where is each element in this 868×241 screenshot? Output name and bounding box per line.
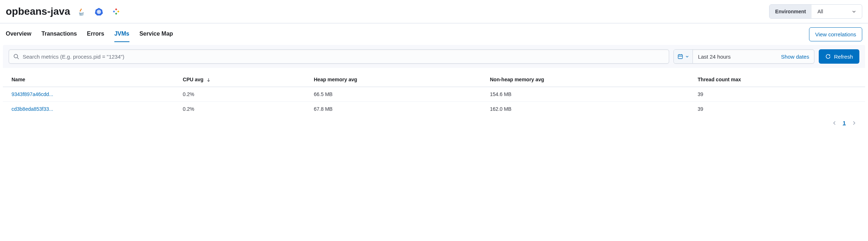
page-title: opbeans-java — [6, 6, 70, 17]
tabbar: Overview Transactions Errors JVMs Servic… — [0, 23, 868, 42]
refresh-icon — [825, 54, 831, 59]
environment-value: All — [817, 9, 823, 14]
refresh-button[interactable]: Refresh — [819, 49, 859, 64]
jvm-table: Name CPU avg Heap memory avg Non-heap me… — [3, 72, 865, 116]
environment-value-cell[interactable]: All — [812, 5, 862, 18]
search-icon — [13, 54, 19, 59]
date-picker-body[interactable]: Last 24 hours Show dates — [693, 50, 814, 63]
col-name[interactable]: Name — [3, 72, 174, 87]
cell-non-heap: 162.0 MB — [481, 102, 689, 117]
col-thread[interactable]: Thread count max — [689, 72, 865, 87]
sort-desc-icon — [206, 78, 211, 82]
cell-thread: 39 — [689, 102, 865, 117]
date-range-label: Last 24 hours — [698, 54, 731, 60]
col-non-heap[interactable]: Non-heap memory avg — [481, 72, 689, 87]
tabs: Overview Transactions Errors JVMs Servic… — [6, 26, 173, 42]
svg-rect-8 — [678, 55, 682, 59]
cell-heap: 67.8 MB — [305, 102, 481, 117]
cell-thread: 39 — [689, 87, 865, 102]
search-box[interactable] — [9, 49, 669, 64]
page-prev-icon[interactable] — [832, 120, 837, 126]
tab-transactions[interactable]: Transactions — [41, 26, 77, 42]
page-header: opbeans-java Environment All — [0, 0, 868, 23]
tab-jvms[interactable]: JVMs — [114, 26, 129, 42]
jvm-table-card: Name CPU avg Heap memory avg Non-heap me… — [3, 68, 865, 130]
table-row: 9343f897a46cdd... 0.2% 66.5 MB 154.6 MB … — [3, 87, 865, 102]
jvm-name-link[interactable]: 9343f897a46cdd... — [12, 91, 53, 97]
table-row: cd3b8eda853f33... 0.2% 67.8 MB 162.0 MB … — [3, 102, 865, 117]
tab-service-map[interactable]: Service Map — [140, 26, 173, 42]
col-cpu-avg[interactable]: CPU avg — [174, 72, 305, 87]
show-dates-link[interactable]: Show dates — [781, 54, 809, 60]
filter-bar: Last 24 hours Show dates Refresh — [3, 45, 865, 68]
svg-line-7 — [17, 58, 19, 59]
search-input[interactable] — [23, 54, 664, 60]
tab-overview[interactable]: Overview — [6, 26, 31, 42]
pagination: 1 — [3, 116, 865, 127]
svg-point-6 — [14, 54, 18, 58]
chevron-down-icon — [685, 55, 689, 58]
view-correlations-button[interactable]: View correlations — [809, 27, 862, 41]
cell-cpu: 0.2% — [174, 102, 305, 117]
page-next-icon[interactable] — [851, 120, 856, 126]
page-number[interactable]: 1 — [843, 120, 846, 126]
gcp-icon — [112, 7, 120, 16]
environment-selector[interactable]: Environment All — [769, 4, 862, 19]
refresh-label: Refresh — [834, 54, 853, 60]
chevron-down-icon — [852, 9, 856, 14]
cell-cpu: 0.2% — [174, 87, 305, 102]
date-picker[interactable]: Last 24 hours Show dates — [673, 49, 814, 64]
tech-icon-row — [77, 7, 120, 16]
cell-non-heap: 154.6 MB — [481, 87, 689, 102]
col-heap[interactable]: Heap memory avg — [305, 72, 481, 87]
kubernetes-icon — [95, 7, 103, 16]
cell-heap: 66.5 MB — [305, 87, 481, 102]
jvm-name-link[interactable]: cd3b8eda853f33... — [12, 106, 53, 112]
header-left: opbeans-java — [6, 6, 120, 17]
date-picker-quick-button[interactable] — [674, 50, 693, 63]
environment-label: Environment — [769, 5, 812, 18]
java-icon — [77, 7, 86, 16]
calendar-icon — [677, 54, 683, 59]
tab-errors[interactable]: Errors — [87, 26, 104, 42]
